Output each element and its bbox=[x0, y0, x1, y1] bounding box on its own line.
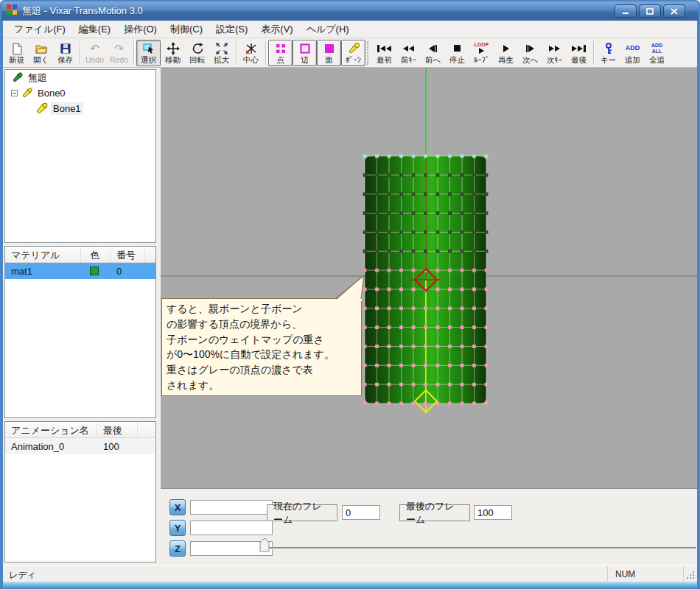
rotate-tool-button[interactable]: 回転 bbox=[185, 40, 209, 66]
tree-item-bone0[interactable]: Bone0 bbox=[5, 85, 155, 101]
tooltip-line: の影響する頂点の境界から、 bbox=[167, 317, 357, 332]
menu-help[interactable]: ヘルプ(H) bbox=[300, 21, 356, 38]
add-key-button[interactable]: ADD 追加 bbox=[620, 40, 645, 66]
app-icon bbox=[6, 4, 18, 18]
column-header[interactable]: 最後 bbox=[97, 422, 138, 437]
menu-settings[interactable]: 設定(S) bbox=[209, 21, 254, 38]
menu-edit[interactable]: 編集(E) bbox=[72, 21, 117, 38]
last-frame-icon bbox=[572, 42, 586, 55]
timeline-slider-track[interactable] bbox=[262, 547, 696, 549]
prev-key-button[interactable]: 前ｷｰ bbox=[396, 40, 421, 66]
column-header[interactable]: アニメーション名 bbox=[5, 422, 97, 437]
first-frame-button[interactable]: 最初 bbox=[372, 40, 396, 66]
last-frame-input[interactable] bbox=[474, 505, 512, 520]
scene-tree-panel: 無題 Bone0 Bone1 bbox=[4, 69, 156, 243]
prev-frame-button[interactable]: 前へ bbox=[421, 40, 445, 66]
timeline-slider-thumb[interactable] bbox=[259, 537, 270, 552]
prev-key-icon bbox=[403, 42, 414, 55]
last-frame-button[interactable]: 最後 bbox=[567, 40, 591, 66]
select-tool-button[interactable]: 選択 bbox=[136, 40, 161, 66]
next-key-icon bbox=[549, 42, 560, 55]
new-button[interactable]: 新規 bbox=[4, 40, 29, 66]
status-separator bbox=[683, 566, 684, 582]
scale-tool-button[interactable]: 拡大 bbox=[209, 40, 234, 66]
callout-tooltip: すると、親ボーンと子ボーン の影響する頂点の境界から、 子ボーンのウェイトマップ… bbox=[161, 298, 362, 396]
y-axis-button[interactable]: Y bbox=[169, 520, 186, 536]
num-lock-indicator: NUM bbox=[607, 566, 650, 582]
column-header[interactable]: 色 bbox=[81, 247, 111, 262]
tooltip-line: が0〜100%に自動で設定されます。 bbox=[167, 347, 357, 362]
current-frame-label: 現在のフレーム bbox=[267, 504, 337, 521]
maximize-button[interactable] bbox=[639, 4, 661, 18]
stop-button[interactable]: 停止 bbox=[445, 40, 469, 66]
material-row[interactable]: mat1 0 bbox=[5, 263, 155, 279]
stop-icon bbox=[454, 42, 461, 55]
vertex-mode-button[interactable]: 点 bbox=[268, 40, 293, 66]
tree-item-label: 無題 bbox=[26, 71, 49, 85]
rotate-icon bbox=[191, 42, 204, 55]
collapse-expander-icon[interactable] bbox=[11, 90, 18, 96]
status-text: レディ bbox=[9, 569, 36, 582]
close-button[interactable] bbox=[663, 4, 685, 18]
resize-grip[interactable] bbox=[686, 571, 696, 580]
window-controls bbox=[615, 4, 694, 18]
move-tool-button[interactable]: 移動 bbox=[161, 40, 185, 66]
current-frame-input[interactable] bbox=[342, 505, 380, 520]
bone-icon bbox=[35, 102, 48, 115]
x-axis-button[interactable]: X bbox=[169, 499, 186, 515]
key-button[interactable]: キー bbox=[596, 40, 620, 66]
viewport-3d[interactable]: すると、親ボーンと子ボーン の影響する頂点の境界から、 子ボーンのウェイトマップ… bbox=[161, 68, 697, 488]
next-frame-button[interactable]: 次へ bbox=[518, 40, 542, 66]
open-folder-icon bbox=[35, 42, 48, 55]
next-key-button[interactable]: 次ｷｰ bbox=[542, 40, 567, 66]
app-window: 無題 - Vixar TransMotion 3.0 ファイル(F) 編集(E)… bbox=[0, 0, 700, 589]
z-axis-button[interactable]: Z bbox=[169, 540, 186, 557]
next-frame-icon bbox=[526, 42, 535, 55]
undo-button[interactable]: ↶ Undo bbox=[83, 40, 107, 66]
toolbar-grip[interactable] bbox=[367, 41, 369, 65]
menu-file[interactable]: ファイル(F) bbox=[7, 21, 72, 38]
face-mode-button[interactable]: 面 bbox=[317, 40, 341, 66]
minimize-button[interactable] bbox=[615, 4, 637, 18]
add-key-icon: ADD bbox=[626, 42, 640, 55]
menu-view[interactable]: 表示(V) bbox=[254, 21, 299, 38]
toolbar-separator bbox=[593, 41, 594, 65]
material-name: mat1 bbox=[5, 266, 81, 277]
title-bar[interactable]: 無題 - Vixar TransMotion 3.0 bbox=[1, 1, 699, 21]
y-value-input[interactable] bbox=[190, 521, 273, 535]
menu-control[interactable]: 制御(C) bbox=[164, 21, 209, 38]
tree-item-label: Bone1 bbox=[51, 102, 83, 115]
move-icon bbox=[167, 42, 180, 55]
play-button[interactable]: 再生 bbox=[494, 40, 518, 66]
bone-icon bbox=[21, 88, 32, 99]
color-swatch bbox=[90, 267, 99, 275]
animation-name: Animation_0 bbox=[5, 441, 97, 452]
tree-item-bone1[interactable]: Bone1 bbox=[5, 101, 155, 116]
edge-mode-button[interactable]: 辺 bbox=[293, 40, 317, 66]
tree-item-root[interactable]: 無題 bbox=[5, 70, 155, 85]
menu-operate[interactable]: 操作(O) bbox=[117, 21, 164, 38]
add-all-keys-button[interactable]: ADDALL 全追 bbox=[645, 40, 669, 66]
redo-button[interactable]: ↷ Redo bbox=[107, 40, 131, 66]
animation-list-panel: アニメーション名 最後 Animation_0 100 bbox=[4, 421, 156, 562]
tooltip-line: 子ボーンのウェイトマップの重さ bbox=[167, 332, 357, 348]
tooltip-line: すると、親ボーンと子ボーン bbox=[167, 301, 357, 317]
center-tool-button[interactable]: 中心 bbox=[239, 40, 263, 66]
loop-button[interactable]: LOOP ﾙｰﾌﾟ bbox=[469, 40, 494, 66]
loop-icon: LOOP bbox=[475, 42, 489, 55]
play-icon bbox=[503, 42, 509, 55]
column-header[interactable]: マテリアル bbox=[5, 247, 81, 262]
viewport-canvas[interactable] bbox=[161, 68, 697, 488]
toolbar-separator bbox=[80, 41, 80, 65]
bone-mode-button[interactable]: ﾎﾞｰﾝ bbox=[341, 40, 365, 66]
tooltip-line: されます。 bbox=[167, 378, 357, 393]
x-value-input[interactable] bbox=[190, 500, 273, 515]
column-header[interactable]: 番号 bbox=[111, 247, 145, 262]
animation-row[interactable]: Animation_0 100 bbox=[5, 438, 155, 454]
undo-icon: ↶ bbox=[90, 42, 99, 55]
save-button[interactable]: 保存 bbox=[53, 40, 77, 66]
vertex-mode-icon bbox=[274, 42, 287, 55]
window-title: 無題 - Vixar TransMotion 3.0 bbox=[22, 4, 143, 18]
open-button[interactable]: 開く bbox=[29, 40, 53, 66]
menu-bar: ファイル(F) 編集(E) 操作(O) 制御(C) 設定(S) 表示(V) ヘル… bbox=[3, 21, 697, 38]
